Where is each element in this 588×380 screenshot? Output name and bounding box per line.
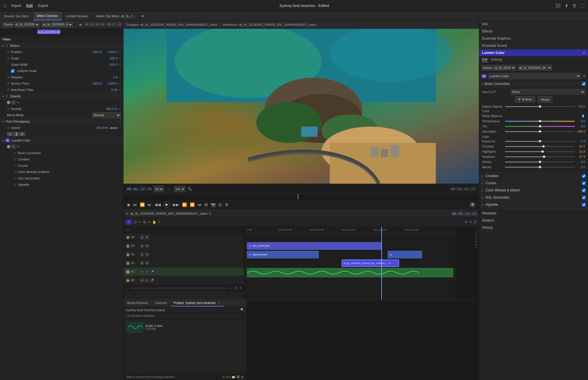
v4-toggle-icon[interactable]: ⊞ (140, 235, 144, 239)
hsl-secondary-section-header[interactable]: ▷ HSL Secondary (479, 194, 588, 201)
v3-lock-icon[interactable]: 🔒 (126, 244, 130, 248)
audio-2-item[interactable]: Audio 2.wav 0:05308 (125, 321, 245, 334)
export-frame-btn[interactable]: 📷 (211, 202, 216, 207)
reset-button[interactable]: Reset (538, 96, 553, 102)
timeline-settings-icon[interactable]: ☰ (474, 220, 477, 224)
play-button[interactable]: ▶ (164, 201, 170, 208)
maximize-icon[interactable]: ⬛ (555, 3, 561, 8)
blacks-slider[interactable] (505, 167, 575, 168)
creative-enable[interactable] (582, 174, 586, 178)
opacity-value[interactable]: 100.0 % (103, 107, 117, 110)
intensity-slider[interactable] (505, 106, 575, 107)
rp-reset-btn[interactable]: ↺ (583, 74, 586, 78)
a1-lock-icon[interactable]: 🔒 (126, 270, 130, 274)
home-icon[interactable]: ⌂ (3, 3, 6, 8)
rotation-reset[interactable]: ↺ (119, 76, 121, 79)
new-item-btn[interactable]: 🎬 (236, 375, 240, 379)
resolution-select[interactable]: 1/4 1/2 Full (174, 186, 185, 192)
hsl-secondary-subsection[interactable]: ▷ HSL Secondary (8, 175, 123, 181)
timeline-playhead[interactable] (381, 227, 382, 300)
lumetri-panel-settings[interactable]: ☰ (583, 51, 585, 55)
slip-tool[interactable]: ⊞ (143, 220, 146, 224)
fit-select[interactable]: Fit (154, 186, 164, 192)
clip-select[interactable]: dji_fly_20230505_09... (41, 22, 73, 28)
v1-lock-icon[interactable]: 🔒 (126, 261, 130, 265)
clip-bigola-beach-2[interactable]: fx (388, 251, 422, 258)
anti-flicker-stopwatch[interactable]: ⏱ (7, 88, 10, 92)
metadata-item[interactable]: Metadata (479, 210, 588, 217)
scale-value[interactable]: 100.0 (103, 57, 117, 60)
a2-lock-icon[interactable]: 🔒 (126, 278, 130, 282)
anchor-stopwatch[interactable]: ⏱ (7, 82, 10, 85)
rp-clip-select[interactable]: dji_fly_20230505_09... (518, 65, 552, 71)
export-icon[interactable]: ⬆ (565, 3, 568, 8)
speed-btn-1[interactable]: ■ (7, 132, 13, 136)
search-btn[interactable]: 🔍 (240, 308, 244, 312)
speed-btn-2[interactable]: ▐ (13, 132, 19, 136)
opacity-value-stopwatch[interactable]: ⏱ (7, 107, 10, 110)
metadata-btn[interactable]: ℹ (229, 375, 231, 379)
close-clip-btn[interactable]: ✕ (126, 212, 129, 216)
speed-stopwatch[interactable]: ⏱ (7, 126, 10, 129)
play-prev-btn[interactable]: ⏭ (148, 202, 152, 207)
speed-btn-3[interactable]: ▶ (20, 132, 25, 136)
scale-width-reset[interactable]: ↺ (119, 63, 121, 66)
trim-prev-btn[interactable]: ⏮ (133, 202, 137, 207)
fullscreen-icon[interactable]: ⛶ (580, 3, 585, 8)
white-balance-eyedropper[interactable]: 💧 (581, 114, 585, 118)
rev-play-btn[interactable]: ◀◀ (154, 202, 161, 207)
anti-flicker-value[interactable]: 0.00 (103, 88, 117, 92)
hand-tool[interactable]: ✋ (152, 220, 156, 224)
icon-view-btn[interactable]: ⊞ (226, 375, 228, 379)
lumetri-color-item[interactable]: Lumetri Color ☰ (479, 49, 588, 56)
trim-next-btn[interactable]: ⏮ (198, 202, 202, 207)
opacity-reset[interactable]: ↺ (119, 107, 121, 110)
step-fwd-btn[interactable]: ⏪ (190, 202, 195, 207)
safe-margins-btn[interactable]: ⊞ (204, 202, 208, 207)
menu-icon[interactable]: ☰ (572, 3, 576, 8)
hsl-secondary-enable[interactable] (582, 196, 586, 199)
tab-source[interactable]: Source: (no clips) (0, 11, 33, 20)
highlights-slider[interactable] (505, 151, 575, 152)
settings-wrench-icon[interactable]: 🔧 (188, 187, 192, 191)
time-remapping-header[interactable]: ▾ Time Remapping (0, 118, 123, 125)
basic-correction-enable[interactable] (582, 82, 586, 86)
v2-toggle-icon[interactable]: ⊞ (140, 253, 144, 257)
razor-tool[interactable]: ✂ (138, 220, 141, 224)
position-y[interactable]: 1080.0 (103, 50, 117, 54)
source-select[interactable]: Source - dji_fly_2023050... (2, 22, 40, 28)
tab-effect-controls[interactable]: Effect Controls (33, 11, 62, 20)
playhead-marker[interactable] (298, 194, 298, 199)
curves-subsection[interactable]: ▷ Curves (8, 162, 123, 169)
a1-mic-icon[interactable]: 🎤 (150, 270, 154, 274)
lumetri-edit-tab[interactable]: Edit (482, 58, 488, 62)
playhead-ruler[interactable] (123, 194, 479, 199)
media-browser-tab[interactable]: Media Browser (123, 300, 151, 307)
minus-zoom-btn[interactable]: − (126, 286, 127, 290)
tint-slider[interactable] (505, 126, 575, 127)
history-item[interactable]: History (479, 224, 588, 231)
anchor-x[interactable]: 1920.0 (88, 82, 102, 85)
type-tool[interactable]: T (158, 220, 160, 224)
anchor-reset[interactable]: ↺ (119, 82, 121, 85)
blend-mode-select[interactable]: Normal (92, 113, 121, 118)
color-wheels-section-header[interactable]: ▷ Color Wheels & Match (479, 187, 588, 194)
opacity-stopwatch[interactable]: ⏱ (5, 95, 8, 98)
plus-zoom-btn[interactable]: + (229, 286, 231, 290)
delete-btn[interactable]: 🗑 (241, 375, 244, 379)
rotation-stopwatch[interactable]: ⏱ (7, 76, 10, 79)
effects-item[interactable]: Effects (479, 28, 588, 35)
v4-lock-icon[interactable]: 🔒 (126, 235, 130, 239)
rp-source-select[interactable]: Source - dji_fly_2023050... (481, 65, 516, 71)
motion-section-header[interactable]: ▾ ⏱ Motion (0, 42, 123, 49)
contrast-slider[interactable] (505, 146, 575, 147)
auto-button[interactable]: ⚙ ⚙ Auto (515, 96, 535, 102)
essential-graphics-item[interactable]: Essential Graphics (479, 35, 588, 42)
color-wheels-subsection[interactable]: ▷ Color Wheels & Match (8, 169, 123, 175)
basic-correction-subsection[interactable]: ▷ Basic Correction (8, 150, 123, 156)
play-source-btn[interactable]: ▶ (80, 23, 82, 26)
vignette-subsection[interactable]: ▷ Vignette (8, 181, 123, 188)
timeline-menu-icon[interactable]: ☰ (209, 212, 212, 216)
v3-eye-icon[interactable]: 👁 (145, 244, 149, 248)
color-wheels-enable[interactable] (582, 189, 586, 192)
